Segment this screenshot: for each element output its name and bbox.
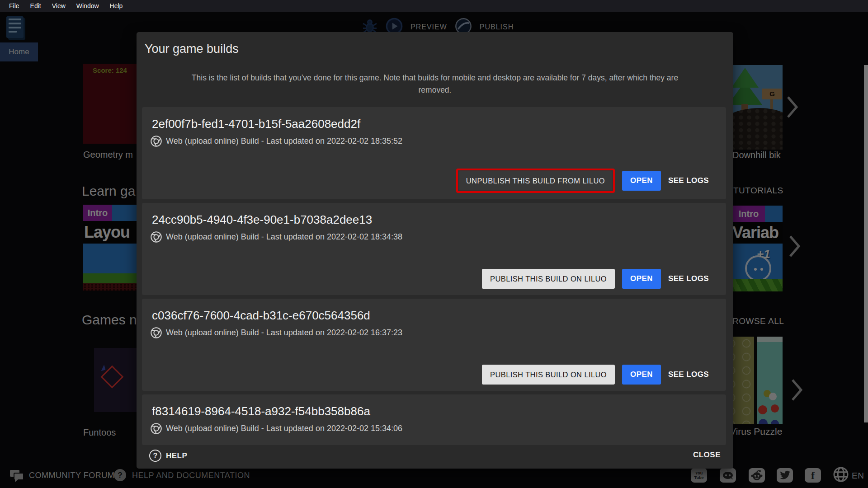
see-logs-button[interactable]: SEE LOGS: [668, 176, 709, 185]
build-id: 24cc90b5-4940-4f3e-90e1-b7038a2dee13: [152, 213, 372, 227]
unpublish-build-button[interactable]: UNPUBLISH THIS BUILD FROM LILUO: [459, 171, 612, 190]
open-build-button[interactable]: OPEN: [622, 269, 661, 289]
chrome-web-icon: [150, 327, 162, 339]
dialog-title: Your game builds: [145, 42, 239, 56]
chrome-web-icon: [150, 231, 162, 243]
open-build-button[interactable]: OPEN: [622, 171, 661, 191]
game-builds-dialog: Your game builds This is the list of bui…: [137, 32, 733, 469]
build-id: f8314619-8964-4518-a932-f54bb358b86a: [152, 404, 370, 418]
build-row: 24cc90b5-4940-4f3e-90e1-b7038a2dee13 Web…: [142, 203, 726, 295]
build-info: Web (upload online) Build - Last updated…: [150, 231, 402, 243]
menu-help[interactable]: Help: [104, 0, 128, 12]
see-logs-button[interactable]: SEE LOGS: [668, 370, 709, 379]
scrollbar[interactable]: [864, 65, 868, 422]
menu-file[interactable]: File: [4, 0, 25, 12]
build-row: 2ef00f7b-fed1-4701-b15f-5aa2608edd2f Web…: [142, 107, 726, 199]
annotation-red-box: UNPUBLISH THIS BUILD FROM LILUO: [456, 169, 615, 193]
chrome-web-icon: [150, 422, 162, 435]
publish-build-button[interactable]: PUBLISH THIS BUILD ON LILUO: [482, 269, 615, 289]
close-button[interactable]: CLOSE: [693, 450, 721, 460]
open-build-button[interactable]: OPEN: [622, 365, 661, 385]
build-info: Web (upload online) Build - Last updated…: [150, 135, 402, 147]
dialog-footer: ? HELP CLOSE: [137, 445, 733, 469]
build-id: c036cf76-7600-4cad-b31c-e670c564356d: [152, 309, 370, 323]
build-id: 2ef00f7b-fed1-4701-b15f-5aa2608edd2f: [152, 117, 360, 131]
menu-window[interactable]: Window: [71, 0, 104, 12]
build-info: Web (upload online) Build - Last updated…: [150, 422, 402, 435]
app-window: PREVIEW PUBLISH Home Score: 124 Geometry…: [0, 0, 868, 488]
see-logs-button[interactable]: SEE LOGS: [668, 274, 709, 283]
publish-build-button[interactable]: PUBLISH THIS BUILD ON LILUO: [482, 365, 615, 385]
menu-bar: File Edit View Window Help: [0, 0, 868, 12]
build-info: Web (upload online) Build - Last updated…: [150, 327, 402, 339]
menu-edit[interactable]: Edit: [25, 0, 47, 12]
chrome-web-icon: [150, 135, 162, 147]
question-mark-icon: ?: [149, 450, 161, 462]
build-row: c036cf76-7600-4cad-b31c-e670c564356d Web…: [142, 299, 726, 391]
build-row: f8314619-8964-4518-a932-f54bb358b86a Web…: [142, 394, 726, 445]
help-button[interactable]: ? HELP: [149, 450, 187, 462]
menu-view[interactable]: View: [47, 0, 71, 12]
dialog-description: This is the list of builds that you've d…: [164, 72, 706, 96]
